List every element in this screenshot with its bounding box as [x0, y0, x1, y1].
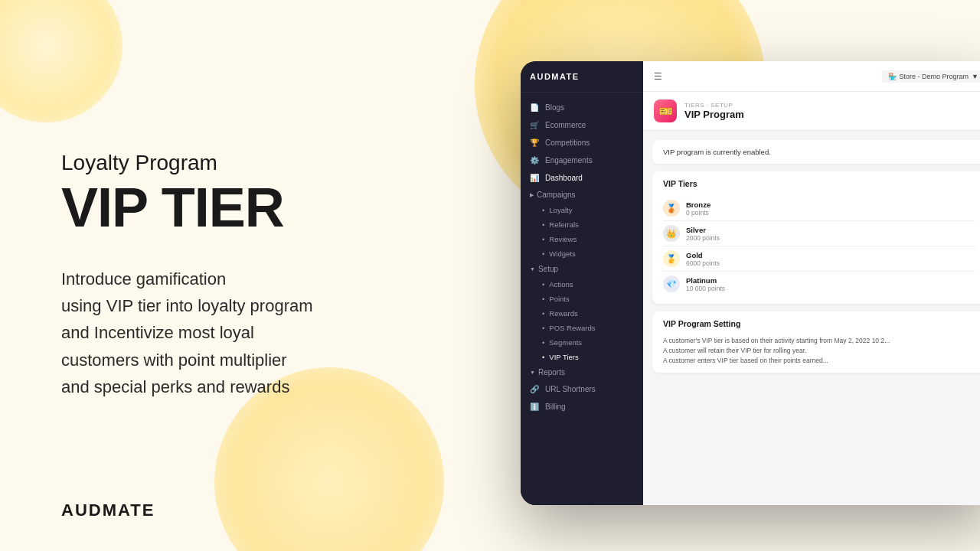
left-panel: Loyalty Program VIP TIER Introduce gamif…	[0, 0, 475, 551]
tier-item-gold: 🥇 Gold 6000 points	[663, 246, 975, 272]
page-header: 🎫 TIERS · SETUP VIP Program	[643, 92, 980, 131]
pos-dot: •	[542, 324, 544, 332]
bottom-logo: AUDMATE	[61, 500, 155, 520]
sidebar-item-billing[interactable]: ℹ️ Billing	[521, 398, 643, 416]
sidebar-logo: AUDMATE	[530, 72, 580, 81]
tablet-container: AUDMATE 📄 Blogs 🛒 Ecommerce 🏆 Competitio…	[521, 61, 980, 505]
description: Introduce gamification using VIP tier in…	[61, 266, 413, 400]
sidebar-label-setup: Setup	[538, 265, 558, 273]
sidebar-label-vip-tiers: VIP Tiers	[549, 353, 578, 361]
reviews-dot: •	[542, 235, 544, 243]
sidebar-label-loyalty: Loyalty	[549, 206, 572, 214]
sidebar-label-pos-rewards: POS Rewards	[549, 324, 595, 332]
billing-icon: ℹ️	[530, 403, 541, 411]
sidebar-nav: 📄 Blogs 🛒 Ecommerce 🏆 Competitions ⚙️ En…	[521, 93, 643, 505]
referrals-dot: •	[542, 220, 544, 229]
sidebar-item-setup[interactable]: ▼ Setup	[521, 261, 643, 277]
sidebar-label-referrals: Referrals	[549, 220, 579, 229]
status-text: VIP program is currently enabled.	[663, 148, 771, 156]
tier-item-bronze: 🥉 Bronze 0 points	[663, 196, 975, 221]
segments-dot: •	[542, 338, 544, 347]
vip-tiers-card: VIP Tiers 🥉 Bronze 0 points 👑	[652, 171, 980, 304]
sidebar-item-pos-rewards[interactable]: • POS Rewards	[521, 321, 643, 335]
vip-dot: •	[542, 353, 544, 361]
sidebar-item-reviews[interactable]: • Reviews	[521, 232, 643, 246]
sidebar-item-reports[interactable]: ▼ Reports	[521, 364, 643, 380]
vip-setting-desc: A customer's VIP tier is based on their …	[663, 336, 975, 365]
sidebar-item-blogs[interactable]: 📄 Blogs	[521, 99, 643, 116]
sidebar-item-ecommerce[interactable]: 🛒 Ecommerce	[521, 116, 643, 134]
sidebar-header: AUDMATE	[521, 61, 643, 93]
competitions-icon: 🏆	[530, 139, 541, 147]
sidebar-item-competitions[interactable]: 🏆 Competitions	[521, 134, 643, 152]
sidebar-label-competitions: Competitions	[545, 139, 590, 147]
page-title: VIP Program	[684, 109, 744, 120]
points-dot: •	[542, 295, 544, 303]
silver-name: Silver	[686, 226, 720, 234]
sidebar-label-points: Points	[549, 295, 569, 303]
store-selector[interactable]: 🏪 Store - Demo Program ▼	[882, 70, 980, 83]
platinum-badge: 💎	[663, 276, 680, 292]
bronze-badge: 🥉	[663, 200, 680, 217]
right-panel: AUDMATE 📄 Blogs 🛒 Ecommerce 🏆 Competitio…	[459, 0, 980, 551]
gold-info: Gold 6000 points	[686, 251, 720, 267]
sidebar-item-segments[interactable]: • Segments	[521, 335, 643, 350]
sidebar-item-vip-tiers[interactable]: • VIP Tiers	[521, 350, 643, 364]
rewards-dot: •	[542, 309, 544, 318]
widgets-dot: •	[542, 249, 544, 258]
page-title-group: TIERS · SETUP VIP Program	[684, 102, 744, 120]
sidebar-label-campaigns: Campaigns	[537, 191, 576, 199]
tier-item-platinum: 💎 Platinum 10 000 points	[663, 272, 975, 296]
sidebar-label-engagements: Engagements	[545, 156, 593, 165]
vip-icon: 🎫	[659, 105, 672, 117]
ecommerce-icon: 🛒	[530, 121, 541, 129]
sidebar: AUDMATE 📄 Blogs 🛒 Ecommerce 🏆 Competitio…	[521, 61, 643, 505]
vip-setting-card: VIP Program Setting A customer's VIP tie…	[652, 311, 980, 373]
reports-chevron: ▼	[530, 370, 535, 375]
sidebar-item-referrals[interactable]: • Referrals	[521, 217, 643, 232]
app-container: AUDMATE 📄 Blogs 🛒 Ecommerce 🏆 Competitio…	[521, 61, 980, 505]
platinum-name: Platinum	[686, 276, 725, 285]
sidebar-item-engagements[interactable]: ⚙️ Engagements	[521, 152, 643, 169]
sidebar-label-ecommerce: Ecommerce	[545, 121, 586, 129]
gold-badge: 🥇	[663, 250, 680, 267]
platinum-points: 10 000 points	[686, 285, 725, 292]
sidebar-item-loyalty[interactable]: • Loyalty	[521, 203, 643, 217]
sidebar-label-url-shortners: URL Shortners	[545, 385, 596, 393]
sidebar-item-campaigns[interactable]: ▶ Campaigns	[521, 187, 643, 203]
subtitle: Loyalty Program	[61, 151, 413, 175]
sidebar-label-reviews: Reviews	[549, 235, 577, 243]
sidebar-label-billing: Billing	[545, 403, 566, 411]
topbar-left: ☰	[654, 71, 662, 82]
silver-badge: 👑	[663, 225, 680, 242]
page-breadcrumb: TIERS · SETUP	[684, 102, 744, 109]
main-title: VIP TIER	[61, 180, 413, 235]
sidebar-label-dashboard: Dashboard	[545, 174, 583, 182]
sidebar-item-dashboard[interactable]: 📊 Dashboard	[521, 169, 643, 187]
sidebar-item-points[interactable]: • Points	[521, 292, 643, 306]
hamburger-icon[interactable]: ☰	[654, 71, 662, 82]
url-icon: 🔗	[530, 385, 541, 393]
sidebar-item-rewards[interactable]: • Rewards	[521, 306, 643, 321]
sidebar-label-reports: Reports	[538, 368, 565, 377]
store-label: Store - Demo Program	[900, 73, 969, 80]
content-body: VIP program is currently enabled. VIP Ti…	[643, 131, 980, 505]
sidebar-item-widgets[interactable]: • Widgets	[521, 246, 643, 261]
platinum-info: Platinum 10 000 points	[686, 276, 725, 292]
store-dropdown-icon: ▼	[972, 73, 978, 80]
sidebar-label-widgets: Widgets	[549, 249, 575, 258]
page-icon: 🎫	[654, 99, 677, 122]
blogs-icon: 📄	[530, 103, 541, 112]
vip-setting-title: VIP Program Setting	[663, 319, 975, 328]
main-content: ☰ 🏪 Store - Demo Program ▼ 🎫 TIERS · SET…	[643, 61, 980, 505]
bronze-info: Bronze 0 points	[686, 201, 710, 217]
status-banner: VIP program is currently enabled.	[652, 140, 980, 164]
sidebar-label-segments: Segments	[549, 338, 582, 347]
bronze-name: Bronze	[686, 201, 710, 209]
gold-points: 6000 points	[686, 259, 720, 267]
loyalty-dot: •	[542, 206, 544, 214]
tier-item-silver: 👑 Silver 2000 points	[663, 221, 975, 246]
sidebar-item-url-shortners[interactable]: 🔗 URL Shortners	[521, 380, 643, 398]
campaigns-chevron: ▶	[530, 192, 534, 198]
sidebar-item-actions[interactable]: • Actions	[521, 277, 643, 292]
